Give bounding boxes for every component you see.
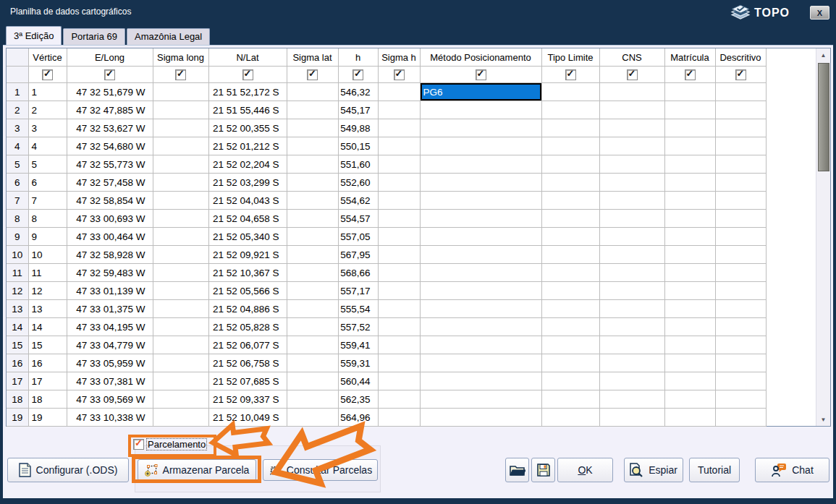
cell[interactable] <box>420 409 541 427</box>
cell[interactable]: 555,54 <box>338 300 378 318</box>
cell[interactable]: 8 <box>28 210 67 228</box>
filter-cell[interactable] <box>664 67 715 83</box>
column-filter-checkbox[interactable] <box>476 69 486 80</box>
cell[interactable] <box>715 119 766 137</box>
cell[interactable] <box>599 83 664 101</box>
cell[interactable] <box>420 101 541 119</box>
cell[interactable] <box>541 137 599 155</box>
cell[interactable] <box>153 264 208 282</box>
cell[interactable]: 21 52 05,828 S <box>208 318 287 336</box>
cell[interactable] <box>715 210 766 228</box>
cell[interactable]: 2 <box>28 101 67 119</box>
cell[interactable] <box>599 246 664 264</box>
cell[interactable] <box>541 282 599 300</box>
cell[interactable] <box>378 174 420 192</box>
cell[interactable]: 47 32 57,458 W <box>67 174 153 192</box>
cell[interactable] <box>715 101 766 119</box>
column-header[interactable]: Sigma lat <box>287 48 338 67</box>
cell[interactable]: 21 52 05,566 S <box>208 282 287 300</box>
column-filter-checkbox[interactable] <box>685 69 696 80</box>
cell[interactable] <box>664 228 715 246</box>
cell[interactable] <box>541 101 599 119</box>
espiar-button[interactable]: Espiar <box>624 458 683 482</box>
cell[interactable] <box>541 372 599 390</box>
cell[interactable] <box>153 155 208 174</box>
cell[interactable] <box>664 119 715 137</box>
filter-cell[interactable] <box>28 67 67 83</box>
cell[interactable] <box>541 390 599 409</box>
row-number[interactable]: 19 <box>7 409 28 427</box>
cell[interactable]: 559,41 <box>338 336 378 354</box>
column-filter-checkbox[interactable] <box>565 69 576 80</box>
cell[interactable] <box>420 246 541 264</box>
cell[interactable] <box>715 192 766 210</box>
parcelamento-checkbox[interactable] <box>133 439 144 450</box>
cell[interactable] <box>287 282 338 300</box>
column-filter-checkbox[interactable] <box>242 69 253 80</box>
cell[interactable] <box>715 336 766 354</box>
cell[interactable] <box>153 336 208 354</box>
cell[interactable]: 47 33 10,338 W <box>67 409 153 427</box>
cell[interactable] <box>287 318 338 336</box>
cell[interactable] <box>420 210 541 228</box>
row-number[interactable]: 17 <box>7 372 28 390</box>
cell[interactable] <box>664 372 715 390</box>
cell[interactable] <box>287 101 338 119</box>
cell[interactable]: 14 <box>28 318 67 336</box>
cell[interactable]: 550,15 <box>338 137 378 155</box>
cell[interactable] <box>378 210 420 228</box>
cell[interactable] <box>541 409 599 427</box>
cell[interactable] <box>599 300 664 318</box>
save-button[interactable] <box>531 458 555 482</box>
cell[interactable]: 17 <box>28 372 67 390</box>
cell[interactable] <box>599 264 664 282</box>
cell[interactable]: 21 52 02,204 S <box>208 155 287 174</box>
cell[interactable]: 47 33 05,959 W <box>67 354 153 372</box>
row-number[interactable]: 15 <box>7 336 28 354</box>
cell[interactable]: 21 52 04,043 S <box>208 192 287 210</box>
cell[interactable]: 6 <box>28 174 67 192</box>
cell[interactable] <box>599 282 664 300</box>
cell[interactable] <box>599 228 664 246</box>
cell[interactable] <box>153 282 208 300</box>
cell[interactable] <box>541 174 599 192</box>
cell[interactable] <box>153 210 208 228</box>
cell[interactable]: 47 33 01,375 W <box>67 300 153 318</box>
cell[interactable]: 7 <box>28 192 67 210</box>
cell[interactable] <box>153 83 208 101</box>
column-header[interactable]: E/Long <box>67 48 153 67</box>
cell[interactable]: 47 33 01,139 W <box>67 282 153 300</box>
cell[interactable] <box>715 409 766 427</box>
tab-2[interactable]: Portaria 69 <box>63 28 125 45</box>
row-number[interactable]: 1 <box>7 83 28 101</box>
cell[interactable] <box>664 264 715 282</box>
cell[interactable] <box>420 390 541 409</box>
cell[interactable] <box>287 246 338 264</box>
cell[interactable] <box>541 264 599 282</box>
cell[interactable] <box>287 137 338 155</box>
open-file-button[interactable] <box>505 458 529 482</box>
filter-cell[interactable] <box>287 67 338 83</box>
cell[interactable] <box>287 409 338 427</box>
cell[interactable]: 47 33 00,693 W <box>67 210 153 228</box>
cell[interactable]: 10 <box>28 246 67 264</box>
ok-button[interactable]: OK <box>557 458 613 482</box>
cell[interactable]: 12 <box>28 282 67 300</box>
tab-3[interactable]: Amazônia Legal <box>127 28 210 45</box>
cell[interactable] <box>378 137 420 155</box>
cell[interactable] <box>287 264 338 282</box>
cell[interactable] <box>287 372 338 390</box>
row-number[interactable]: 7 <box>7 192 28 210</box>
cell[interactable] <box>664 300 715 318</box>
cell[interactable] <box>715 228 766 246</box>
cell[interactable]: 545,17 <box>338 101 378 119</box>
filter-cell[interactable] <box>338 67 378 83</box>
cell[interactable] <box>541 336 599 354</box>
cell[interactable] <box>420 318 541 336</box>
cell[interactable] <box>153 390 208 409</box>
cell[interactable] <box>715 83 766 101</box>
cell[interactable]: 21 52 00,355 S <box>208 119 287 137</box>
column-header[interactable]: Tipo Limite <box>541 48 599 67</box>
cell[interactable] <box>599 137 664 155</box>
cell[interactable] <box>715 155 766 174</box>
